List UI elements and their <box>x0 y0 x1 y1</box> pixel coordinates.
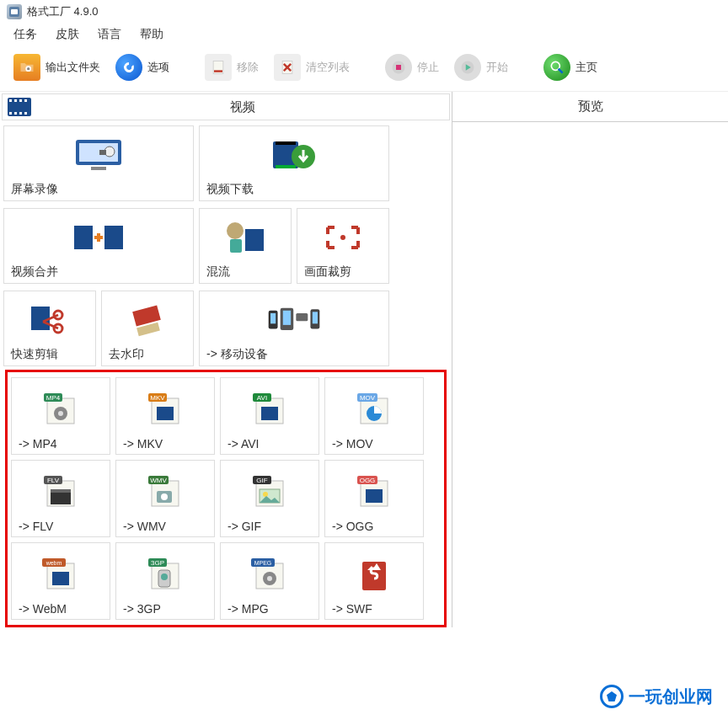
mobile-device-icon <box>206 296 382 344</box>
crop-button[interactable]: 画面裁剪 <box>297 208 389 284</box>
menu-language[interactable]: 语言 <box>98 27 121 42</box>
svg-rect-9 <box>396 65 401 70</box>
remove-watermark-button[interactable]: 去水印 <box>101 291 194 366</box>
menu-help[interactable]: 帮助 <box>140 27 163 42</box>
svg-text:WMV: WMV <box>150 477 167 484</box>
svg-rect-25 <box>230 239 242 253</box>
convert-mp4-button[interactable]: MP4 -> MP4 <box>11 377 110 455</box>
output-folder-button[interactable]: 输出文件夹 <box>8 52 105 83</box>
crop-label: 画面裁剪 <box>304 261 351 280</box>
convert-gif-button[interactable]: GIF -> GIF <box>220 460 319 537</box>
convert-avi-button[interactable]: AVI -> AVI <box>220 377 319 455</box>
remove-watermark-label: 去水印 <box>109 344 144 362</box>
clear-label: 清空列表 <box>306 60 350 75</box>
svg-text:GIF: GIF <box>256 477 267 484</box>
titlebar: 格式工厂 4.9.0 <box>0 0 728 24</box>
preview-title: 预览 <box>452 92 728 122</box>
mov-icon: MOV <box>332 383 416 434</box>
webm-label: -> WebM <box>19 599 67 616</box>
svg-rect-15 <box>91 167 106 170</box>
video-download-button[interactable]: 视频下载 <box>199 125 389 201</box>
svg-rect-59 <box>51 489 71 493</box>
quick-cut-icon <box>11 296 88 344</box>
svg-text:FLV: FLV <box>47 477 60 484</box>
stop-button[interactable]: 停止 <box>380 52 444 83</box>
svg-point-3 <box>27 67 29 70</box>
convert-mov-button[interactable]: MOV -> MOV <box>324 377 424 455</box>
flv-icon: FLV <box>19 466 103 516</box>
svg-point-82 <box>161 573 168 580</box>
convert-swf-button[interactable]: -> SWF <box>324 542 424 620</box>
svg-rect-19 <box>276 141 296 145</box>
start-label: 开始 <box>486 60 508 75</box>
flv-label: -> FLV <box>19 516 53 533</box>
svg-point-87 <box>267 576 272 581</box>
video-merge-icon <box>11 214 186 261</box>
menu-skin[interactable]: 皮肤 <box>56 27 79 42</box>
swf-icon <box>332 548 416 599</box>
toolbar: 输出文件夹 选项 移除 清空列表 停止 开始 主页 <box>0 47 728 91</box>
svg-text:MOV: MOV <box>360 394 376 402</box>
remove-label: 移除 <box>237 60 259 75</box>
menu-task[interactable]: 任务 <box>13 27 37 42</box>
mkv-label: -> MKV <box>123 434 163 451</box>
preview-pane: 预览 <box>452 92 728 627</box>
convert-wmv-button[interactable]: WMV -> WMV <box>115 460 215 537</box>
watermark: 一玩创业网 <box>600 685 713 708</box>
svg-text:webm: webm <box>46 560 62 566</box>
svg-rect-46 <box>157 407 174 420</box>
video-download-label: 视频下载 <box>206 179 254 197</box>
avi-icon: AVI <box>228 383 312 434</box>
wmv-label: -> WMV <box>123 516 166 533</box>
gif-icon: GIF <box>228 466 312 516</box>
crop-icon <box>304 214 382 261</box>
mp4-icon: MP4 <box>19 383 103 434</box>
avi-label: -> AVI <box>228 434 259 451</box>
quick-cut-label: 快速剪辑 <box>11 344 58 362</box>
3gp-icon: 3GP <box>123 548 207 599</box>
mkv-icon: MKV <box>123 383 207 434</box>
mobile-device-button[interactable]: -> 移动设备 <box>199 291 389 366</box>
svg-rect-39 <box>313 312 318 324</box>
clear-button[interactable]: 清空列表 <box>269 52 355 83</box>
svg-point-24 <box>227 222 244 239</box>
ogg-icon: OGG <box>332 466 416 516</box>
svg-text:MP4: MP4 <box>46 394 61 402</box>
svg-rect-38 <box>283 311 291 325</box>
video-download-icon <box>206 131 382 179</box>
screen-record-button[interactable]: 屏幕录像 <box>3 125 194 201</box>
webm-icon: webm <box>19 548 103 599</box>
convert-3gp-button[interactable]: 3GP -> 3GP <box>115 542 215 620</box>
video-section-header[interactable]: 视频 <box>2 93 450 120</box>
remove-button[interactable]: 移除 <box>200 52 264 83</box>
mux-button[interactable]: 混流 <box>199 208 292 284</box>
convert-webm-button[interactable]: webm -> WebM <box>11 542 110 620</box>
start-button[interactable]: 开始 <box>449 52 513 83</box>
svg-point-69 <box>263 492 268 497</box>
stop-label: 停止 <box>417 60 439 75</box>
mov-label: -> MOV <box>332 434 373 451</box>
svg-text:3GP: 3GP <box>151 559 164 567</box>
workarea: 视频 屏幕录像 视频下载 视频合并 <box>0 91 728 627</box>
quick-cut-button[interactable]: 快速剪辑 <box>3 291 96 366</box>
video-merge-button[interactable]: 视频合并 <box>3 208 194 284</box>
convert-mkv-button[interactable]: MKV -> MKV <box>115 377 215 455</box>
left-pane: 视频 屏幕录像 视频下载 视频合并 <box>0 92 452 627</box>
start-icon <box>454 54 481 81</box>
app-icon <box>7 4 22 19</box>
svg-rect-73 <box>366 489 383 503</box>
remove-watermark-icon <box>109 296 186 344</box>
watermark-text: 一玩创业网 <box>629 685 713 708</box>
convert-ogg-button[interactable]: OGG -> OGG <box>324 460 424 537</box>
video-section-title: 视频 <box>36 99 449 115</box>
3gp-label: -> 3GP <box>123 599 161 616</box>
convert-flv-button[interactable]: FLV -> FLV <box>11 460 110 537</box>
convert-mpg-button[interactable]: MPEG -> MPG <box>220 542 319 620</box>
screen-record-icon <box>11 131 186 179</box>
home-button[interactable]: 主页 <box>538 52 602 83</box>
app-title: 格式工厂 4.9.0 <box>27 4 99 19</box>
options-button[interactable]: 选项 <box>110 52 174 83</box>
wmv-icon: WMV <box>123 466 207 516</box>
film-icon <box>8 98 31 116</box>
mpg-label: -> MPG <box>228 599 269 616</box>
